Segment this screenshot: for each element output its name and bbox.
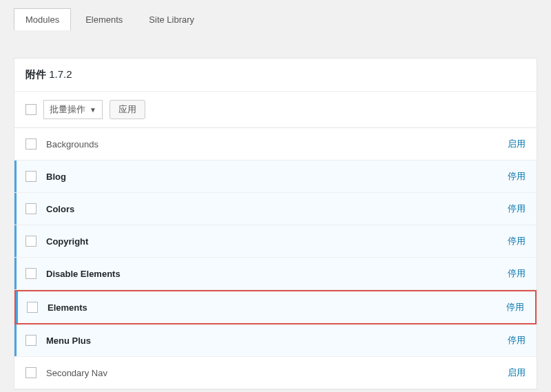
tabs: ModulesElementsSite Library [0, 0, 551, 30]
tab-label: Site Library [149, 14, 194, 25]
module-row: Elements停用 [14, 290, 537, 324]
module-checkbox[interactable] [25, 203, 37, 214]
apply-button[interactable]: 应用 [110, 100, 145, 119]
module-row: Disable Elements停用 [14, 258, 537, 290]
module-checkbox[interactable] [25, 236, 37, 247]
disable-link[interactable]: 停用 [508, 203, 526, 215]
module-name: Secondary Nav [46, 368, 508, 378]
bulk-action-select[interactable]: 批量操作 ▼ [43, 100, 103, 119]
disable-link[interactable]: 停用 [508, 235, 526, 247]
disable-link[interactable]: 停用 [508, 170, 526, 183]
module-checkbox[interactable] [25, 171, 37, 182]
tab-elements[interactable]: Elements [74, 8, 134, 30]
bulk-action-select-label: 批量操作 [50, 103, 85, 116]
disable-link[interactable]: 停用 [508, 334, 526, 347]
module-row: Secondary Nav启用 [14, 357, 537, 389]
enable-link[interactable]: 启用 [508, 367, 526, 379]
panel-header: 附件 1.7.2 [14, 59, 537, 92]
module-name: Backgrounds [46, 139, 508, 149]
module-row: Blog停用 [14, 161, 537, 193]
module-checkbox[interactable] [25, 268, 37, 279]
panel-wrap: 附件 1.7.2 批量操作 ▼ 应用 Backgrounds启用Blog停用Co… [0, 30, 551, 392]
enable-link[interactable]: 启用 [508, 138, 526, 150]
module-checkbox[interactable] [27, 302, 38, 313]
disable-link[interactable]: 停用 [506, 301, 524, 313]
module-name: Menu Plus [46, 336, 508, 346]
module-row: Copyright停用 [14, 225, 537, 258]
modules-list: Backgrounds启用Blog停用Colors停用Copyright停用Di… [14, 128, 537, 389]
module-checkbox[interactable] [25, 335, 37, 346]
tab-modules[interactable]: Modules [14, 8, 71, 30]
panel-title-version: 1.7.2 [49, 68, 72, 80]
tab-label: Elements [85, 14, 123, 25]
select-all-checkbox[interactable] [25, 104, 37, 115]
module-row: Menu Plus停用 [14, 324, 537, 357]
module-checkbox[interactable] [25, 367, 37, 378]
panel-title-prefix: 附件 [25, 68, 46, 80]
module-row: Backgrounds启用 [14, 128, 537, 161]
disable-link[interactable]: 停用 [508, 267, 526, 280]
module-row: Colors停用 [14, 193, 537, 225]
tab-site-library[interactable]: Site Library [137, 8, 206, 30]
module-name: Elements [48, 302, 506, 313]
module-name: Copyright [46, 236, 508, 247]
modules-panel: 附件 1.7.2 批量操作 ▼ 应用 Backgrounds启用Blog停用Co… [14, 58, 537, 390]
bulk-actions-row: 批量操作 ▼ 应用 [14, 92, 537, 128]
module-name: Blog [46, 172, 508, 182]
module-name: Disable Elements [46, 269, 508, 279]
tab-label: Modules [25, 14, 59, 25]
apply-button-label: 应用 [118, 103, 136, 116]
module-checkbox[interactable] [25, 138, 37, 149]
module-name: Colors [46, 204, 508, 214]
chevron-down-icon: ▼ [90, 106, 96, 114]
